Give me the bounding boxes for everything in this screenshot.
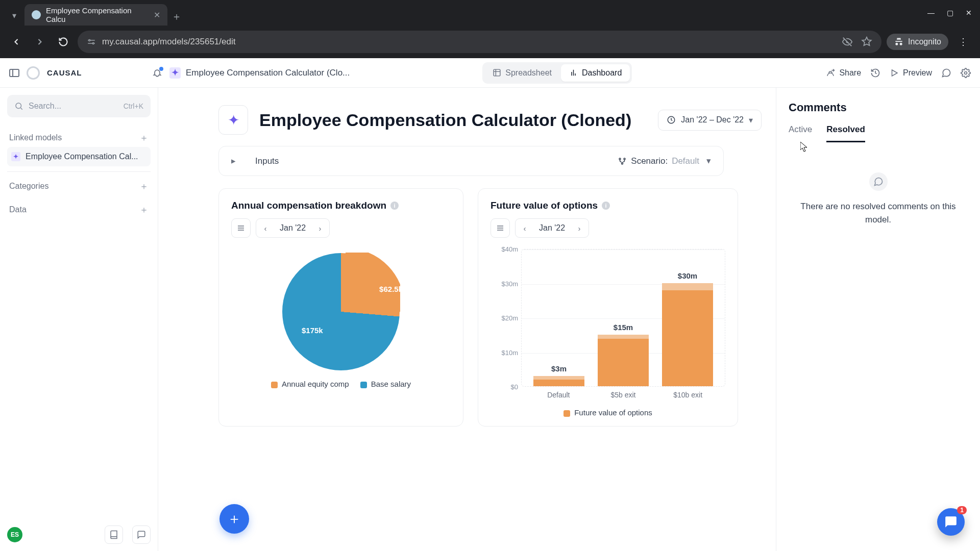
view-toggle: Spreadsheet Dashboard bbox=[482, 62, 632, 84]
card-compensation-breakdown: Annual compensation breakdown i ‹ Jan '2… bbox=[218, 188, 463, 427]
incognito-indicator[interactable]: Incognito bbox=[887, 34, 948, 50]
svg-point-7 bbox=[624, 158, 625, 160]
book-icon[interactable] bbox=[105, 525, 123, 544]
svg-point-4 bbox=[16, 103, 21, 109]
browser-tab[interactable]: Employee Compensation Calcu ✕ bbox=[24, 4, 167, 26]
breadcrumb-label: Employee Compensation Calculator (Clo... bbox=[186, 68, 350, 78]
history-icon[interactable] bbox=[870, 68, 880, 78]
chat-icon[interactable] bbox=[132, 525, 151, 544]
new-tab-button[interactable]: ＋ bbox=[167, 7, 186, 26]
search-shortcut: Ctrl+K bbox=[124, 102, 143, 110]
forward-button[interactable] bbox=[31, 33, 49, 51]
comments-tabs: Active Resolved bbox=[789, 124, 968, 143]
date-range-picker[interactable]: Jan '22 – Dec '22 ▾ bbox=[658, 110, 762, 131]
search-input[interactable]: Search... Ctrl+K bbox=[7, 95, 151, 117]
chevron-right-icon[interactable]: ▸ bbox=[231, 156, 236, 166]
sidebar: Search... Ctrl+K Linked models ＋ ✦ Emplo… bbox=[0, 58, 158, 551]
sidebar-toggle-icon[interactable] bbox=[9, 69, 19, 77]
bar-chart: $0$10m$20m$30m$40m $3m$15m$30m bbox=[491, 249, 725, 387]
view-dashboard-button[interactable]: Dashboard bbox=[561, 64, 630, 82]
add-widget-button[interactable]: ＋ bbox=[219, 504, 249, 534]
maximize-icon[interactable]: ▢ bbox=[947, 9, 953, 17]
speech-bubble-icon bbox=[869, 172, 888, 191]
page-title[interactable]: Employee Compensation Calculator (Cloned… bbox=[259, 110, 631, 130]
intercom-chat-button[interactable]: 1 bbox=[937, 508, 965, 536]
bar-value-label: $30m bbox=[678, 271, 697, 280]
settings-icon[interactable] bbox=[961, 68, 971, 78]
svg-point-3 bbox=[965, 71, 967, 74]
app-logo-text: CAUSAL bbox=[47, 68, 82, 77]
browser-menu-icon[interactable]: ⋮ bbox=[953, 36, 973, 47]
bar-value-label: $3m bbox=[551, 364, 567, 373]
site-settings-icon[interactable] bbox=[87, 37, 96, 46]
add-data-icon[interactable]: ＋ bbox=[139, 204, 149, 216]
comments-empty-state: There are no resolved comments on this m… bbox=[789, 172, 968, 226]
info-icon[interactable]: i bbox=[390, 202, 399, 210]
tabs-dropdown[interactable]: ▾ bbox=[4, 5, 24, 26]
tab-favicon bbox=[32, 10, 41, 19]
legend-item-future: Future value of options bbox=[564, 408, 652, 417]
prev-period-button[interactable]: ‹ bbox=[256, 224, 275, 233]
chart-menu-icon[interactable] bbox=[231, 218, 251, 238]
svg-point-0 bbox=[89, 40, 90, 41]
add-linked-model-icon[interactable]: ＋ bbox=[139, 132, 149, 144]
period-label: Jan '22 bbox=[534, 223, 570, 233]
incognito-icon bbox=[894, 37, 904, 47]
breadcrumb[interactable]: ✦ Employee Compensation Calculator (Clo.… bbox=[169, 67, 350, 79]
linked-models-header[interactable]: Linked models ＋ bbox=[7, 129, 151, 147]
user-avatar[interactable]: ES bbox=[7, 527, 22, 542]
bookmark-star-icon[interactable] bbox=[861, 36, 872, 47]
tab-resolved-comments[interactable]: Resolved bbox=[826, 124, 865, 142]
sidebar-divider bbox=[7, 171, 151, 172]
prev-period-button[interactable]: ‹ bbox=[516, 224, 534, 233]
pie-slice-label-equity: $62.5k bbox=[379, 285, 403, 293]
view-spreadsheet-button[interactable]: Spreadsheet bbox=[484, 64, 560, 82]
x-tick: $10b exit bbox=[660, 391, 716, 399]
sidebar-item-linked-model[interactable]: ✦ Employee Compensation Cal... bbox=[7, 147, 151, 166]
top-actions: Share Preview bbox=[826, 68, 971, 78]
bar-value-label: $15m bbox=[614, 323, 633, 332]
add-category-icon[interactable]: ＋ bbox=[139, 180, 149, 192]
period-stepper: ‹ Jan '22 › bbox=[256, 218, 330, 238]
bar-legend: Future value of options bbox=[491, 408, 725, 417]
address-bar[interactable]: my.causal.app/models/235651/edit bbox=[78, 31, 881, 53]
comments-title: Comments bbox=[789, 101, 968, 114]
data-header[interactable]: Data ＋ bbox=[7, 201, 151, 219]
notifications-icon[interactable] bbox=[152, 68, 162, 78]
legend-item-equity: Annual equity comp bbox=[271, 380, 349, 388]
chart-menu-icon[interactable] bbox=[491, 218, 510, 238]
categories-header[interactable]: Categories ＋ bbox=[7, 177, 151, 195]
comments-toggle-icon[interactable] bbox=[941, 68, 951, 78]
inputs-section[interactable]: ▸ Inputs Scenario:Default ▾ bbox=[218, 146, 724, 176]
x-tick: Default bbox=[530, 391, 586, 399]
y-tick: $10m bbox=[501, 348, 518, 356]
tab-strip: ▾ Employee Compensation Calcu ✕ ＋ — ▢ ✕ bbox=[0, 0, 980, 26]
clock-icon bbox=[667, 115, 676, 124]
share-button[interactable]: Share bbox=[826, 68, 861, 78]
play-icon bbox=[890, 68, 899, 78]
back-button[interactable] bbox=[7, 33, 26, 51]
incognito-label: Incognito bbox=[908, 37, 941, 46]
period-stepper: ‹ Jan '22 › bbox=[515, 218, 589, 238]
info-icon[interactable]: i bbox=[602, 202, 610, 210]
card-title: Annual compensation breakdown bbox=[231, 200, 386, 211]
close-tab-icon[interactable]: ✕ bbox=[154, 10, 160, 20]
sidebar-item-label: Employee Compensation Cal... bbox=[26, 152, 138, 161]
next-period-button[interactable]: › bbox=[311, 224, 329, 233]
minimize-icon[interactable]: — bbox=[927, 9, 935, 17]
bar bbox=[662, 283, 713, 387]
period-label: Jan '22 bbox=[275, 223, 311, 233]
card-future-value: Future value of options i ‹ Jan '22 › $0… bbox=[478, 188, 738, 427]
reload-button[interactable] bbox=[54, 33, 72, 51]
pie-slice-label-salary: $175k bbox=[302, 326, 323, 335]
scenario-picker[interactable]: Scenario:Default ▾ bbox=[618, 156, 711, 166]
legend-item-salary: Base salary bbox=[360, 380, 411, 388]
pie-chart: $62.5k $175k bbox=[282, 253, 400, 370]
preview-button[interactable]: Preview bbox=[890, 68, 932, 78]
eye-off-icon[interactable] bbox=[842, 36, 853, 47]
tab-active-comments[interactable]: Active bbox=[789, 124, 812, 142]
next-period-button[interactable]: › bbox=[570, 224, 589, 233]
svg-point-1 bbox=[92, 43, 94, 44]
close-window-icon[interactable]: ✕ bbox=[966, 9, 972, 17]
page-icon[interactable]: ✦ bbox=[218, 105, 248, 135]
